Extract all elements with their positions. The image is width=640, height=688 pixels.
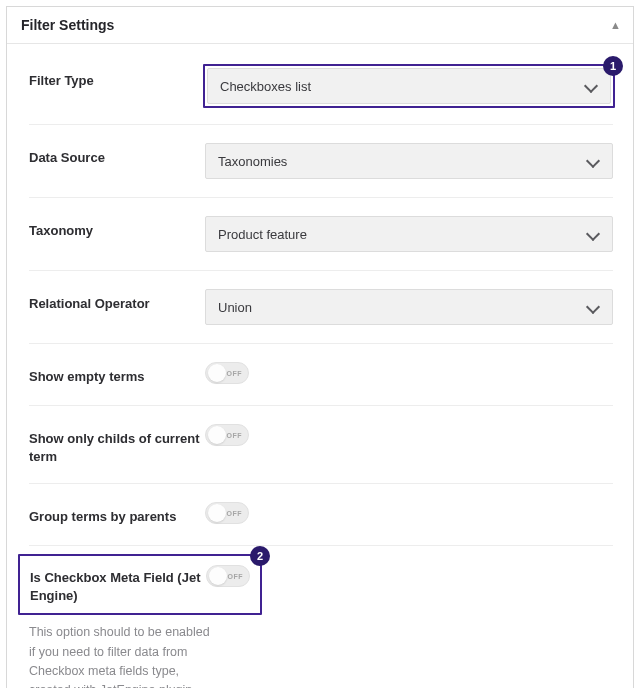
- panel-body: Filter Type 1 Checkboxes list Data Sourc…: [7, 44, 633, 688]
- select-data-source-value: Taxonomies: [218, 154, 287, 169]
- select-data-source[interactable]: Taxonomies: [205, 143, 613, 179]
- filter-settings-panel: Filter Settings ▲ Filter Type 1 Checkbox…: [6, 6, 634, 688]
- chevron-down-icon: [584, 79, 598, 93]
- row-group-by-parents: Group terms by parents OFF: [29, 484, 613, 546]
- annotation-badge-1: 1: [603, 56, 623, 76]
- toggle-off-label: OFF: [227, 432, 243, 439]
- panel-title: Filter Settings: [21, 17, 114, 33]
- select-taxonomy-value: Product feature: [218, 227, 307, 242]
- toggle-knob-icon: [208, 504, 226, 522]
- select-relational-operator[interactable]: Union: [205, 289, 613, 325]
- toggle-off-label: OFF: [227, 370, 243, 377]
- row-show-childs: Show only childs of current term OFF: [29, 406, 613, 484]
- select-filter-type[interactable]: Checkboxes list: [207, 68, 611, 104]
- label-show-childs: Show only childs of current term: [29, 424, 205, 465]
- select-taxonomy[interactable]: Product feature: [205, 216, 613, 252]
- row-relational-operator: Relational Operator Union: [29, 271, 613, 344]
- toggle-off-label: OFF: [228, 573, 244, 580]
- row-show-empty: Show empty terms OFF: [29, 344, 613, 406]
- toggle-show-empty[interactable]: OFF: [205, 362, 249, 384]
- label-taxonomy: Taxonomy: [29, 216, 205, 240]
- collapse-icon: ▲: [610, 20, 621, 31]
- label-relational-operator: Relational Operator: [29, 289, 205, 313]
- row-filter-type: Filter Type 1 Checkboxes list: [29, 48, 613, 125]
- select-relational-operator-value: Union: [218, 300, 252, 315]
- label-is-checkbox-meta: Is Checkbox Meta Field (Jet Engine): [30, 565, 206, 604]
- panel-header[interactable]: Filter Settings ▲: [7, 7, 633, 44]
- toggle-group-by-parents[interactable]: OFF: [205, 502, 249, 524]
- row-taxonomy: Taxonomy Product feature: [29, 198, 613, 271]
- row-is-checkbox-meta: 2 Is Checkbox Meta Field (Jet Engine) OF…: [29, 546, 613, 688]
- toggle-knob-icon: [208, 426, 226, 444]
- label-group-by-parents: Group terms by parents: [29, 502, 205, 526]
- annotation-2: 2 Is Checkbox Meta Field (Jet Engine) OF…: [18, 554, 262, 615]
- toggle-off-label: OFF: [227, 510, 243, 517]
- label-data-source: Data Source: [29, 143, 205, 167]
- help-text-is-checkbox-meta: This option should to be enabled if you …: [29, 619, 219, 688]
- annotation-badge-2: 2: [250, 546, 270, 566]
- toggle-is-checkbox-meta[interactable]: OFF: [206, 565, 250, 587]
- chevron-down-icon: [586, 227, 600, 241]
- chevron-down-icon: [586, 300, 600, 314]
- chevron-down-icon: [586, 154, 600, 168]
- row-data-source: Data Source Taxonomies: [29, 125, 613, 198]
- toggle-knob-icon: [209, 567, 227, 585]
- annotation-1: 1 Checkboxes list: [203, 64, 615, 108]
- toggle-knob-icon: [208, 364, 226, 382]
- toggle-show-childs[interactable]: OFF: [205, 424, 249, 446]
- label-show-empty: Show empty terms: [29, 362, 205, 386]
- label-filter-type: Filter Type: [29, 66, 205, 90]
- select-filter-type-value: Checkboxes list: [220, 79, 311, 94]
